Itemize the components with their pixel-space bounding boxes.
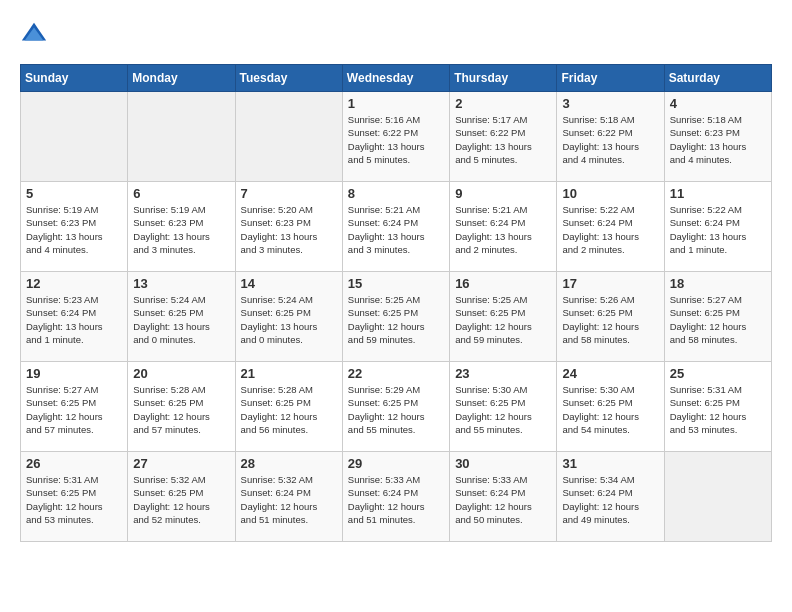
calendar-cell: 21Sunrise: 5:28 AM Sunset: 6:25 PM Dayli… [235, 362, 342, 452]
calendar-cell: 26Sunrise: 5:31 AM Sunset: 6:25 PM Dayli… [21, 452, 128, 542]
day-number: 18 [670, 276, 766, 291]
weekday-header-thursday: Thursday [450, 65, 557, 92]
day-number: 21 [241, 366, 337, 381]
weekday-header-wednesday: Wednesday [342, 65, 449, 92]
day-info: Sunrise: 5:24 AM Sunset: 6:25 PM Dayligh… [241, 293, 337, 346]
calendar-cell [128, 92, 235, 182]
day-number: 1 [348, 96, 444, 111]
calendar-header: SundayMondayTuesdayWednesdayThursdayFrid… [21, 65, 772, 92]
calendar-cell: 25Sunrise: 5:31 AM Sunset: 6:25 PM Dayli… [664, 362, 771, 452]
page-header [20, 20, 772, 48]
calendar-cell: 9Sunrise: 5:21 AM Sunset: 6:24 PM Daylig… [450, 182, 557, 272]
calendar-cell: 18Sunrise: 5:27 AM Sunset: 6:25 PM Dayli… [664, 272, 771, 362]
calendar-cell [235, 92, 342, 182]
calendar-table: SundayMondayTuesdayWednesdayThursdayFrid… [20, 64, 772, 542]
day-info: Sunrise: 5:30 AM Sunset: 6:25 PM Dayligh… [562, 383, 658, 436]
day-info: Sunrise: 5:20 AM Sunset: 6:23 PM Dayligh… [241, 203, 337, 256]
day-info: Sunrise: 5:32 AM Sunset: 6:25 PM Dayligh… [133, 473, 229, 526]
calendar-cell: 8Sunrise: 5:21 AM Sunset: 6:24 PM Daylig… [342, 182, 449, 272]
calendar-cell: 6Sunrise: 5:19 AM Sunset: 6:23 PM Daylig… [128, 182, 235, 272]
day-info: Sunrise: 5:22 AM Sunset: 6:24 PM Dayligh… [670, 203, 766, 256]
day-info: Sunrise: 5:26 AM Sunset: 6:25 PM Dayligh… [562, 293, 658, 346]
calendar-cell: 30Sunrise: 5:33 AM Sunset: 6:24 PM Dayli… [450, 452, 557, 542]
weekday-header-monday: Monday [128, 65, 235, 92]
calendar-cell: 20Sunrise: 5:28 AM Sunset: 6:25 PM Dayli… [128, 362, 235, 452]
day-info: Sunrise: 5:25 AM Sunset: 6:25 PM Dayligh… [455, 293, 551, 346]
calendar-cell: 22Sunrise: 5:29 AM Sunset: 6:25 PM Dayli… [342, 362, 449, 452]
day-number: 16 [455, 276, 551, 291]
day-info: Sunrise: 5:33 AM Sunset: 6:24 PM Dayligh… [455, 473, 551, 526]
day-info: Sunrise: 5:28 AM Sunset: 6:25 PM Dayligh… [133, 383, 229, 436]
calendar-cell: 24Sunrise: 5:30 AM Sunset: 6:25 PM Dayli… [557, 362, 664, 452]
calendar-cell: 17Sunrise: 5:26 AM Sunset: 6:25 PM Dayli… [557, 272, 664, 362]
day-info: Sunrise: 5:32 AM Sunset: 6:24 PM Dayligh… [241, 473, 337, 526]
calendar-cell [664, 452, 771, 542]
day-number: 24 [562, 366, 658, 381]
weekday-header-row: SundayMondayTuesdayWednesdayThursdayFrid… [21, 65, 772, 92]
day-number: 26 [26, 456, 122, 471]
day-info: Sunrise: 5:31 AM Sunset: 6:25 PM Dayligh… [26, 473, 122, 526]
calendar-cell: 29Sunrise: 5:33 AM Sunset: 6:24 PM Dayli… [342, 452, 449, 542]
day-number: 9 [455, 186, 551, 201]
day-number: 25 [670, 366, 766, 381]
day-info: Sunrise: 5:30 AM Sunset: 6:25 PM Dayligh… [455, 383, 551, 436]
day-number: 6 [133, 186, 229, 201]
weekday-header-friday: Friday [557, 65, 664, 92]
day-info: Sunrise: 5:28 AM Sunset: 6:25 PM Dayligh… [241, 383, 337, 436]
logo [20, 20, 52, 48]
calendar-cell: 13Sunrise: 5:24 AM Sunset: 6:25 PM Dayli… [128, 272, 235, 362]
day-number: 23 [455, 366, 551, 381]
weekday-header-sunday: Sunday [21, 65, 128, 92]
day-number: 11 [670, 186, 766, 201]
day-number: 30 [455, 456, 551, 471]
calendar-cell: 10Sunrise: 5:22 AM Sunset: 6:24 PM Dayli… [557, 182, 664, 272]
day-info: Sunrise: 5:16 AM Sunset: 6:22 PM Dayligh… [348, 113, 444, 166]
calendar-body: 1Sunrise: 5:16 AM Sunset: 6:22 PM Daylig… [21, 92, 772, 542]
day-info: Sunrise: 5:18 AM Sunset: 6:23 PM Dayligh… [670, 113, 766, 166]
calendar-cell: 12Sunrise: 5:23 AM Sunset: 6:24 PM Dayli… [21, 272, 128, 362]
weekday-header-saturday: Saturday [664, 65, 771, 92]
day-number: 20 [133, 366, 229, 381]
day-number: 10 [562, 186, 658, 201]
calendar-cell [21, 92, 128, 182]
day-info: Sunrise: 5:19 AM Sunset: 6:23 PM Dayligh… [26, 203, 122, 256]
day-number: 17 [562, 276, 658, 291]
day-info: Sunrise: 5:33 AM Sunset: 6:24 PM Dayligh… [348, 473, 444, 526]
day-info: Sunrise: 5:21 AM Sunset: 6:24 PM Dayligh… [455, 203, 551, 256]
calendar-cell: 5Sunrise: 5:19 AM Sunset: 6:23 PM Daylig… [21, 182, 128, 272]
day-number: 14 [241, 276, 337, 291]
day-info: Sunrise: 5:24 AM Sunset: 6:25 PM Dayligh… [133, 293, 229, 346]
calendar-cell: 16Sunrise: 5:25 AM Sunset: 6:25 PM Dayli… [450, 272, 557, 362]
calendar-cell: 7Sunrise: 5:20 AM Sunset: 6:23 PM Daylig… [235, 182, 342, 272]
day-number: 5 [26, 186, 122, 201]
calendar-cell: 27Sunrise: 5:32 AM Sunset: 6:25 PM Dayli… [128, 452, 235, 542]
day-number: 27 [133, 456, 229, 471]
calendar-cell: 11Sunrise: 5:22 AM Sunset: 6:24 PM Dayli… [664, 182, 771, 272]
day-info: Sunrise: 5:17 AM Sunset: 6:22 PM Dayligh… [455, 113, 551, 166]
calendar-cell: 2Sunrise: 5:17 AM Sunset: 6:22 PM Daylig… [450, 92, 557, 182]
calendar-week-1: 1Sunrise: 5:16 AM Sunset: 6:22 PM Daylig… [21, 92, 772, 182]
calendar-cell: 31Sunrise: 5:34 AM Sunset: 6:24 PM Dayli… [557, 452, 664, 542]
day-info: Sunrise: 5:31 AM Sunset: 6:25 PM Dayligh… [670, 383, 766, 436]
day-number: 8 [348, 186, 444, 201]
day-info: Sunrise: 5:18 AM Sunset: 6:22 PM Dayligh… [562, 113, 658, 166]
day-info: Sunrise: 5:22 AM Sunset: 6:24 PM Dayligh… [562, 203, 658, 256]
calendar-week-2: 5Sunrise: 5:19 AM Sunset: 6:23 PM Daylig… [21, 182, 772, 272]
calendar-cell: 23Sunrise: 5:30 AM Sunset: 6:25 PM Dayli… [450, 362, 557, 452]
day-number: 4 [670, 96, 766, 111]
calendar-cell: 1Sunrise: 5:16 AM Sunset: 6:22 PM Daylig… [342, 92, 449, 182]
day-number: 12 [26, 276, 122, 291]
day-number: 13 [133, 276, 229, 291]
calendar-cell: 28Sunrise: 5:32 AM Sunset: 6:24 PM Dayli… [235, 452, 342, 542]
calendar-week-4: 19Sunrise: 5:27 AM Sunset: 6:25 PM Dayli… [21, 362, 772, 452]
day-number: 29 [348, 456, 444, 471]
calendar-cell: 14Sunrise: 5:24 AM Sunset: 6:25 PM Dayli… [235, 272, 342, 362]
day-info: Sunrise: 5:23 AM Sunset: 6:24 PM Dayligh… [26, 293, 122, 346]
day-info: Sunrise: 5:27 AM Sunset: 6:25 PM Dayligh… [670, 293, 766, 346]
day-info: Sunrise: 5:25 AM Sunset: 6:25 PM Dayligh… [348, 293, 444, 346]
day-number: 22 [348, 366, 444, 381]
day-number: 28 [241, 456, 337, 471]
calendar-cell: 15Sunrise: 5:25 AM Sunset: 6:25 PM Dayli… [342, 272, 449, 362]
calendar-cell: 3Sunrise: 5:18 AM Sunset: 6:22 PM Daylig… [557, 92, 664, 182]
day-info: Sunrise: 5:29 AM Sunset: 6:25 PM Dayligh… [348, 383, 444, 436]
